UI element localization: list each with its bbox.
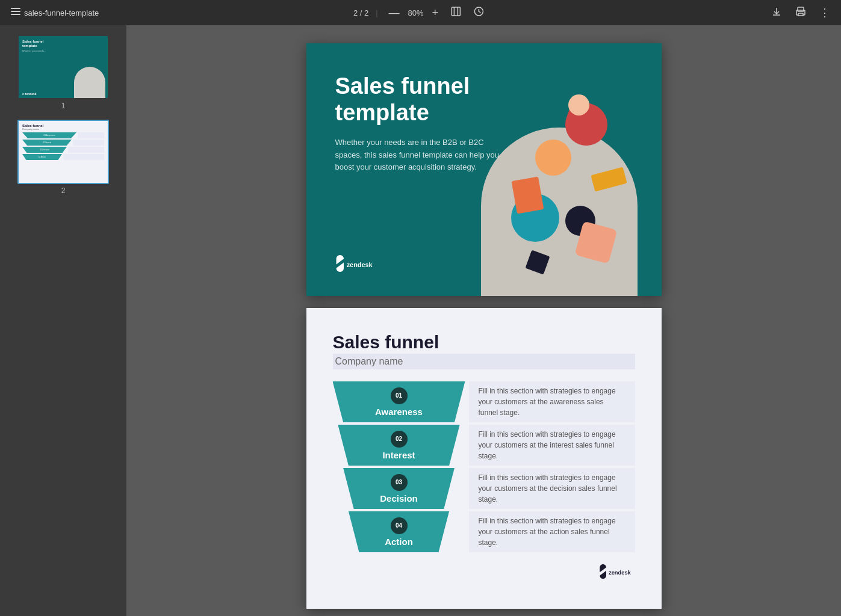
funnel-shape-4: 04 Action <box>333 511 465 552</box>
topbar-right-controls: ⋮ <box>768 4 834 22</box>
thumb2-funnel: 01 Awareness 02 Interest 03 Decision <box>22 132 104 160</box>
topbar-center-controls: 2 / 2 | — 80% + <box>353 4 488 22</box>
funnel-label-4: Action <box>385 537 413 547</box>
more-options-button[interactable]: ⋮ <box>816 4 834 22</box>
slide-2-funnel: Sales funnel Company name 01 Awareness <box>306 308 662 609</box>
cover-logo: zendesk <box>335 255 377 274</box>
slide-1-cover: Sales funnel template Whether your needs… <box>306 43 662 296</box>
svg-rect-7 <box>798 13 803 16</box>
thumb-label-1: 1 <box>61 102 66 110</box>
funnel-slide: Sales funnel Company name 01 Awareness <box>306 308 662 609</box>
funnel-badge-2: 02 <box>391 431 408 448</box>
funnel-desc-3: Fill in this section with strategies to … <box>469 468 635 509</box>
funnel-badge-4: 04 <box>391 517 408 534</box>
cover-description: Whether your needs are in the B2B or B2C… <box>335 137 504 173</box>
svg-rect-3 <box>452 7 460 16</box>
funnel-shape-3: 03 Decision <box>333 468 465 509</box>
download-button[interactable] <box>768 4 786 22</box>
thumb1-arch <box>74 67 105 98</box>
funnel-desc-1: Fill in this section with strategies to … <box>469 381 635 422</box>
zoom-level: 80% <box>408 8 424 17</box>
menu-button[interactable] <box>7 4 24 21</box>
sidebar: Sales funneltemplate Whether your needs.… <box>0 25 126 616</box>
funnel-shape-1: 01 Awareness <box>333 381 465 422</box>
zoom-in-button[interactable]: + <box>429 4 442 22</box>
thumb2-company: Company name <box>22 128 104 131</box>
thumbnail-2[interactable]: Sales funnel Company name 01 Awareness 0… <box>7 120 119 195</box>
funnel-label-1: Awareness <box>375 407 423 417</box>
fit-page-button[interactable] <box>447 4 465 22</box>
thumb1-logo: z zendesk <box>22 92 37 96</box>
topbar: sales-funnel-template 2 / 2 | — 80% + ⋮ <box>0 0 841 25</box>
thumb-frame-2: Sales funnel Company name 01 Awareness 0… <box>17 120 109 184</box>
svg-text:zendesk: zendesk <box>609 570 632 576</box>
zoom-out-button[interactable]: — <box>385 4 403 22</box>
thumb-label-2: 2 <box>61 186 66 195</box>
funnel-rows: 01 Awareness Fill in this section with s… <box>333 381 635 552</box>
cover-title: Sales funnel template <box>335 73 528 126</box>
thumb1-subtitle: Whether your needs... <box>22 49 104 52</box>
funnel-row-1: 01 Awareness Fill in this section with s… <box>333 381 635 422</box>
funnel-badge-1: 01 <box>391 387 408 404</box>
funnel-title: Sales funnel <box>333 332 635 353</box>
funnel-row-2: 02 Interest Fill in this section with st… <box>333 425 635 466</box>
svg-text:zendesk: zendesk <box>346 261 373 268</box>
funnel-label-2: Interest <box>382 450 415 460</box>
svg-rect-5 <box>798 7 804 11</box>
funnel-row-4: 04 Action Fill in this section with stra… <box>333 511 635 552</box>
cover-slide: Sales funnel template Whether your needs… <box>306 43 662 296</box>
funnel-badge-3: 03 <box>391 474 408 491</box>
svg-rect-2 <box>11 14 20 15</box>
thumb-frame-1: Sales funneltemplate Whether your needs.… <box>17 35 109 99</box>
slide-footer-logo: zendesk <box>333 564 635 579</box>
svg-rect-0 <box>11 8 20 9</box>
funnel-desc-4: Fill in this section with strategies to … <box>469 511 635 552</box>
thumb1-title: Sales funneltemplate <box>22 40 104 48</box>
history-button[interactable] <box>470 4 488 22</box>
funnel-row-3: 03 Decision Fill in this section with st… <box>333 468 635 509</box>
main-layout: Sales funneltemplate Whether your needs.… <box>0 25 841 616</box>
funnel-label-3: Decision <box>380 493 418 504</box>
thumbnail-1[interactable]: Sales funneltemplate Whether your needs.… <box>7 35 119 110</box>
funnel-shape-2: 02 Interest <box>333 425 465 466</box>
svg-rect-1 <box>11 11 20 12</box>
funnel-desc-2: Fill in this section with strategies to … <box>469 425 635 466</box>
page-number: 2 / 2 <box>353 8 368 17</box>
print-button[interactable] <box>792 4 810 22</box>
funnel-company: Company name <box>333 354 635 369</box>
content-area: Sales funnel template Whether your needs… <box>126 25 841 616</box>
